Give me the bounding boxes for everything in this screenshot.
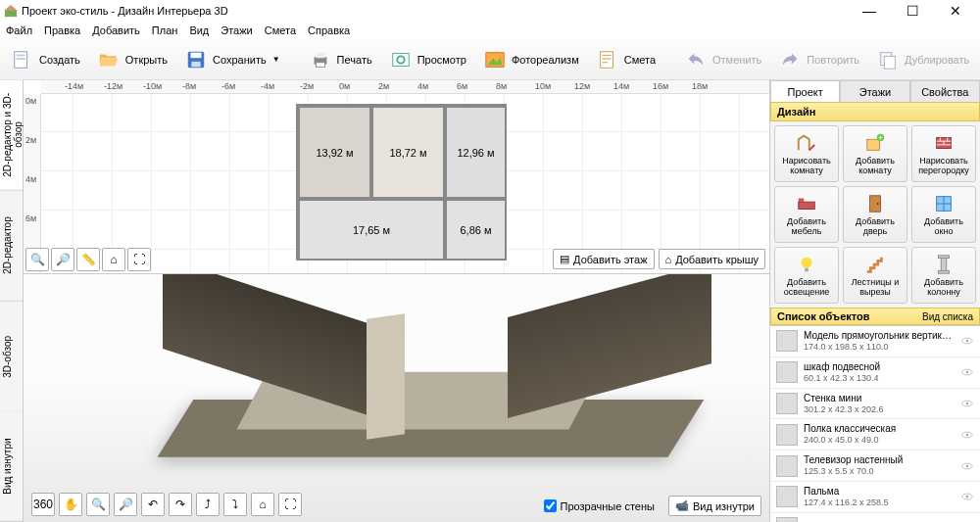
tool-add-furniture[interactable]: Добавить мебель [774,186,839,243]
room-4[interactable]: 17,65 м [298,199,445,261]
svg-point-35 [966,340,968,342]
object-thumb [776,455,798,477]
svg-rect-3 [17,54,25,56]
object-thumb [776,517,798,522]
tool-draw-partition[interactable]: Нарисовать перегородку [911,125,976,182]
minimize-button[interactable]: ― [857,3,882,19]
object-label: Пальма127.4 x 116.2 x 258.5 [804,486,955,508]
eye-icon[interactable] [960,459,974,473]
save-button[interactable]: Сохранить▼ [179,45,284,74]
print-button[interactable]: Печать [304,45,376,74]
close-button[interactable]: ✕ [943,3,968,19]
tilt-down-button[interactable]: ⤵ [223,493,247,516]
redo-button[interactable]: Повторить [773,45,863,74]
svg-point-29 [802,258,812,268]
tilt-up-button[interactable]: ⤴ [196,493,220,516]
zoom-in-3d-button[interactable]: 🔎 [114,493,137,516]
eye-icon[interactable] [960,397,974,410]
list-item[interactable]: Телевизор настенный125.3 x 5.5 x 70.0 [770,451,980,482]
list-item[interactable]: Картина [770,513,980,522]
list-item[interactable]: Полка классическая240.0 x 45.0 x 49.0 [770,419,980,451]
add-floor-button[interactable]: ▤Добавить этаж [553,249,654,269]
menu-estimate[interactable]: Смета [265,24,296,36]
ruler-vertical: 0м2м4м6м [24,94,41,273]
rotate-left-button[interactable]: ↶ [141,493,165,516]
vtab-2d-3d[interactable]: 2D-редактор и 3D-обзор [0,80,23,191]
menu-plan[interactable]: План [152,24,178,36]
menu-file[interactable]: Файл [6,24,32,36]
object-thumb [776,361,798,383]
home-button[interactable]: ⌂ [102,248,125,271]
svg-point-45 [966,496,968,498]
eye-icon[interactable] [960,334,974,348]
maximize-button[interactable]: ☐ [900,3,925,19]
home-3d-button[interactable]: ⌂ [251,493,274,516]
estimate-button[interactable]: Смета [591,45,660,74]
list-item[interactable]: Пальма127.4 x 116.2 x 258.5 [770,482,980,513]
room-3[interactable]: 12,96 м [445,106,507,199]
tool-add-room[interactable]: Добавить комнату [843,125,907,182]
vtab-3d[interactable]: 3D-обзор [0,302,23,412]
list-item[interactable]: шкаф подвесной60.1 x 42.3 x 130.4 [770,357,980,389]
list-item[interactable]: Модель прямоугольник вертик…174.0 x 198.… [770,326,980,357]
room-2[interactable]: 18,72 м [371,106,445,199]
tool-add-light[interactable]: Добавить освещение [774,247,839,304]
pan-button[interactable]: ✋ [59,493,82,516]
menu-add[interactable]: Добавить [92,24,140,36]
tab-project[interactable]: Проект [770,80,840,102]
list-view-toggle[interactable]: Вид списка [922,311,973,322]
tab-floors[interactable]: Этажи [840,80,909,102]
tool-stairs[interactable]: Лестницы и вырезы [843,247,907,304]
menu-floors[interactable]: Этажи [220,24,252,36]
open-button[interactable]: Открыть [92,45,172,74]
add-roof-button[interactable]: ⌂Добавить крышу [659,249,766,269]
ruler-horizontal: -14м-12м-10м-8м-6м-4м-2м0м2м4м6м8м10м12м… [41,80,769,94]
create-button[interactable]: Создать [6,45,84,74]
right-panel: Проект Этажи Свойства Дизайн Нарисовать … [769,80,980,522]
vtab-inside[interactable]: Вид изнутри [0,411,23,522]
view-3d[interactable]: 360 ✋ 🔍 🔎 ↶ ↷ ⤴ ⤵ ⌂ ⛶ Прозрачные стены 📹… [24,274,769,522]
zoom-out-3d-button[interactable]: 🔍 [86,493,110,516]
menu-edit[interactable]: Правка [44,24,80,36]
svg-point-39 [966,403,968,404]
preview-button[interactable]: Просмотр [384,45,470,74]
transparent-walls-checkbox[interactable]: Прозрачные стены [544,499,655,512]
list-item[interactable]: Стенка мини301.2 x 42.3 x 202.6 [770,389,980,420]
measure-button[interactable]: 📏 [76,248,100,271]
floor-plan[interactable]: 13,92 м 18,72 м 12,96 м 17,65 м 6,86 м [296,104,507,261]
tool-add-door[interactable]: Добавить дверь [843,186,907,243]
tab-properties[interactable]: Свойства [910,80,980,102]
menu-view[interactable]: Вид [189,24,209,36]
tool-add-window[interactable]: Добавить окно [911,186,976,243]
eye-icon[interactable] [960,365,974,379]
eye-icon[interactable] [960,490,974,503]
view-2d[interactable]: -14м-12м-10м-8м-6м-4м-2м0м2м4м6м8м10м12м… [24,80,769,274]
fit-3d-button[interactable]: ⛶ [278,493,302,516]
object-thumb [776,393,798,414]
tool-draw-room[interactable]: Нарисовать комнату [774,125,839,182]
room-1[interactable]: 13,92 м [298,106,371,199]
object-thumb [776,486,798,507]
svg-rect-24 [799,202,815,209]
eye-icon[interactable] [960,428,974,442]
undo-button[interactable]: Отменить [679,45,765,74]
svg-point-43 [966,464,968,466]
zoom-out-button[interactable]: 🔍 [25,248,49,271]
titlebar: Проект эко-стиль - Дизайн Интерьера 3D ―… [0,0,980,22]
orbit-button[interactable]: 360 [31,493,55,516]
object-thumb [776,330,798,352]
svg-rect-33 [939,270,950,273]
menu-help[interactable]: Справка [308,24,350,36]
photoreal-button[interactable]: Фотореализм [478,45,583,74]
vtab-2d[interactable]: 2D-редактор [0,191,23,302]
duplicate-button[interactable]: Дублировать [871,45,973,74]
svg-rect-15 [600,51,612,68]
zoom-in-button[interactable]: 🔎 [51,248,74,271]
rotate-right-button[interactable]: ↷ [169,493,192,516]
room-5[interactable]: 6,86 м [445,199,507,261]
svg-rect-17 [884,56,895,69]
design-header: Дизайн [770,102,980,121]
inside-view-button[interactable]: 📹Вид изнутри [668,496,761,516]
fit-button[interactable]: ⛶ [127,248,151,271]
tool-add-column[interactable]: Добавить колонну [911,247,976,304]
